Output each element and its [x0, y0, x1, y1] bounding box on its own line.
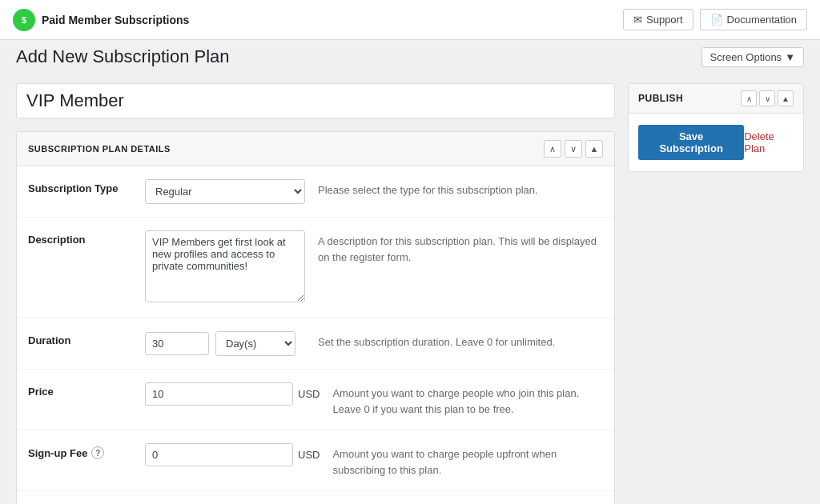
- signup-fee-input[interactable]: [145, 443, 293, 466]
- duration-input[interactable]: [145, 332, 209, 355]
- description-textarea[interactable]: VIP Members get first look at new profil…: [145, 230, 305, 302]
- price-currency: USD: [298, 388, 320, 400]
- main-wrapper: SUBSCRIPTION PLAN DETAILS ∧ ∨ ▲ Subscrip…: [0, 70, 820, 504]
- header-right: ✉ Support 📄 Documentation: [623, 9, 807, 30]
- publish-box: PUBLISH ∧ ∨ ▲ Save Subscription Delete P…: [628, 83, 804, 172]
- price-group: USD: [145, 382, 320, 406]
- duration-group: Day(s) Week(s) Month(s) Year(s): [145, 331, 305, 356]
- signup-fee-currency: USD: [298, 449, 320, 461]
- header: $ Paid Member Subscriptions ✉ Support 📄 …: [0, 0, 820, 40]
- left-panel: SUBSCRIPTION PLAN DETAILS ∧ ∨ ▲ Subscrip…: [16, 83, 615, 504]
- signup-fee-label: Sign-up Fee ?: [28, 443, 132, 459]
- save-subscription-button[interactable]: Save Subscription: [638, 125, 744, 160]
- description-help: A description for this subscription plan…: [318, 230, 603, 265]
- duration-control: Day(s) Week(s) Month(s) Year(s): [145, 331, 305, 356]
- details-box: SUBSCRIPTION PLAN DETAILS ∧ ∨ ▲ Subscrip…: [16, 131, 615, 504]
- publish-collapse-up[interactable]: ∧: [741, 90, 757, 106]
- publish-controls: ∧ ∨ ▲: [741, 90, 794, 106]
- publish-body: Save Subscription Delete Plan: [629, 114, 803, 171]
- publish-title: PUBLISH: [638, 93, 683, 104]
- support-icon: ✉: [633, 14, 642, 26]
- free-trial-row: Free Trial ? Day(s) Week(s) Month(s) Yea…: [17, 491, 614, 504]
- details-title: SUBSCRIPTION PLAN DETAILS: [28, 144, 171, 154]
- documentation-label: Documentation: [727, 14, 797, 26]
- description-label: Description: [28, 230, 132, 246]
- signup-fee-row: Sign-up Fee ? USD Amount you want to cha…: [17, 430, 614, 491]
- duration-label: Duration: [28, 331, 132, 346]
- plan-name-input[interactable]: [16, 83, 615, 118]
- app-title: Paid Member Subscriptions: [42, 14, 189, 26]
- details-header: SUBSCRIPTION PLAN DETAILS ∧ ∨ ▲: [17, 132, 614, 166]
- signup-fee-group: USD: [145, 443, 320, 466]
- duration-description: Set the subscription duration. Leave 0 f…: [318, 331, 603, 350]
- signup-fee-help-icon[interactable]: ?: [91, 446, 104, 459]
- collapse-down-button[interactable]: ∨: [565, 140, 582, 158]
- delete-plan-link[interactable]: Delete Plan: [744, 130, 794, 154]
- toggle-button[interactable]: ▲: [585, 140, 603, 158]
- right-panel: PUBLISH ∧ ∨ ▲ Save Subscription Delete P…: [628, 83, 804, 172]
- publish-header: PUBLISH ∧ ∨ ▲: [629, 84, 803, 114]
- details-controls: ∧ ∨ ▲: [544, 140, 603, 158]
- documentation-button[interactable]: 📄 Documentation: [700, 9, 807, 30]
- svg-text:$: $: [22, 15, 26, 25]
- price-description: Amount you want to charge people who joi…: [332, 382, 603, 417]
- logo-icon: $: [13, 9, 35, 31]
- collapse-up-button[interactable]: ∧: [544, 140, 561, 158]
- top-bar: Add New Subscription Plan Screen Options…: [0, 40, 820, 70]
- price-row: Price USD Amount you want to charge peop…: [17, 370, 614, 430]
- screen-options-label: Screen Options: [710, 51, 782, 63]
- page-title: Add New Subscription Plan: [16, 46, 230, 67]
- price-control: USD: [145, 382, 320, 406]
- duration-row: Duration Day(s) Week(s) Month(s) Year(s)…: [17, 318, 614, 370]
- publish-collapse-down[interactable]: ∨: [759, 90, 775, 106]
- description-row: Description VIP Members get first look a…: [17, 218, 614, 318]
- subscription-type-select[interactable]: Regular Lifetime Free: [145, 179, 305, 204]
- signup-fee-description: Amount you want to charge people upfront…: [332, 443, 603, 478]
- price-label: Price: [28, 382, 132, 398]
- publish-toggle[interactable]: ▲: [778, 90, 794, 106]
- documentation-icon: 📄: [710, 14, 723, 26]
- chevron-down-icon: ▼: [785, 51, 795, 63]
- support-button[interactable]: ✉ Support: [623, 9, 693, 30]
- subscription-type-row: Subscription Type Regular Lifetime Free …: [17, 166, 614, 218]
- subscription-type-control: Regular Lifetime Free: [145, 179, 305, 204]
- subscription-type-description: Please select the type for this subscrip…: [318, 179, 603, 198]
- price-input[interactable]: [145, 382, 293, 406]
- header-left: $ Paid Member Subscriptions: [13, 9, 189, 31]
- support-label: Support: [646, 14, 683, 26]
- screen-options-button[interactable]: Screen Options ▼: [701, 47, 804, 67]
- signup-fee-control: USD: [145, 443, 320, 466]
- duration-unit-select[interactable]: Day(s) Week(s) Month(s) Year(s): [215, 331, 295, 356]
- subscription-type-label: Subscription Type: [28, 179, 132, 194]
- description-control: VIP Members get first look at new profil…: [145, 230, 305, 305]
